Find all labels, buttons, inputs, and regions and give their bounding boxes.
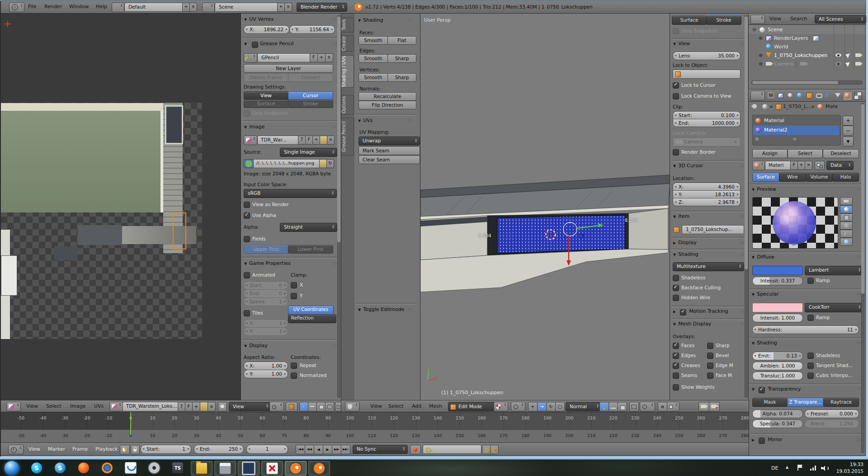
convert-button[interactable]: Convert [288, 73, 333, 82]
game-start-field[interactable]: Start:0 [244, 281, 288, 290]
image-path-icon[interactable] [244, 159, 254, 168]
preview-flat-button[interactable] [840, 197, 853, 205]
gp-view-button[interactable]: View [244, 91, 288, 100]
outliner-filter-select[interactable]: All Scenes [815, 15, 866, 24]
current-frame-field[interactable]: 1 [246, 445, 288, 454]
jump-to-end-button[interactable]: ▶▶| [341, 445, 350, 454]
image-datablock-icon[interactable] [244, 136, 257, 145]
unwrap-select[interactable]: Unwrap [359, 137, 420, 146]
render-border-checkbox[interactable] [673, 149, 679, 156]
panel-transparency-header[interactable]: ▼Transparency:::: [749, 386, 865, 393]
hidden-wire-checkbox[interactable] [673, 295, 679, 301]
diffuse-color-swatch[interactable] [752, 266, 803, 275]
frame-end-field[interactable]: End:250 [194, 445, 244, 454]
edges-sharp-button[interactable]: Sharp [387, 54, 416, 63]
delete-frame-button[interactable]: Delete Frame [244, 73, 288, 82]
menu-file[interactable]: File [28, 4, 36, 9]
3d-viewport[interactable]: User Persp 8.309 5.904 (1) 1_0750_Loksch… [420, 14, 670, 401]
preview-hair-button[interactable]: ⫽ [840, 230, 853, 238]
3d-menu-view[interactable]: View [370, 403, 382, 409]
panel-uvs-header[interactable]: ▼UVs:::: [355, 118, 418, 125]
uv-image-name-field[interactable]: TDR_Warstein_Loks... [123, 402, 181, 411]
taskbar-openoffice-icon[interactable] [120, 461, 141, 475]
flip-direction-button[interactable]: Flip Direction [359, 101, 416, 109]
uv-select-island-icon[interactable] [325, 402, 334, 411]
visibility-eye-icon[interactable] [835, 53, 841, 57]
mode-halo-button[interactable]: Halo [832, 173, 859, 182]
pin-icon[interactable] [751, 103, 758, 109]
material-link-select[interactable]: Data [826, 161, 854, 170]
frame-start-field[interactable]: Start:1 [141, 445, 191, 454]
tiles-x-field[interactable]: X:1 [244, 319, 288, 328]
tray-network-icon[interactable] [810, 466, 817, 471]
3d-editor-type-icon[interactable] [345, 402, 359, 411]
renderability-camera-icon[interactable] [855, 62, 861, 66]
material-unlink-button[interactable]: × [805, 161, 812, 170]
cursor-x-field[interactable]: X:4.3960 [673, 183, 741, 191]
blend-field[interactable]: Blend:1.250 [805, 419, 859, 428]
taskbar-teamspeak-icon[interactable]: TS [167, 461, 188, 475]
menu-help[interactable]: Help [96, 4, 107, 9]
3d-menu-add[interactable]: Add [412, 403, 421, 409]
faces-flat-button[interactable]: Flat [387, 36, 416, 45]
material-slot-1[interactable]: Material [753, 116, 839, 126]
panel-motion-tracking-header[interactable]: ▶Motion Tracking:::: [670, 308, 749, 316]
uv-editor-type-icon[interactable] [6, 402, 21, 411]
uv-pivot-icon[interactable] [269, 402, 284, 411]
scene-field[interactable]: Scene [215, 3, 281, 12]
only-endpoints-checkbox[interactable] [244, 110, 250, 117]
panel-specular-header[interactable]: ▼Specular:::: [749, 291, 865, 298]
jump-to-start-button[interactable]: |◀◀ [296, 445, 305, 454]
record-button[interactable] [410, 445, 421, 454]
material-name-field[interactable]: Materi [765, 161, 793, 170]
transform-orientation-select[interactable]: Normal [566, 402, 602, 411]
gpencil-add-button[interactable]: + [317, 53, 326, 62]
transp-raytrace-button[interactable]: Raytrace [823, 398, 859, 407]
outliner-row-object[interactable]: ⊕ 1_0750_Lokschuppen | [749, 51, 865, 60]
lock-camera-checkbox[interactable] [673, 93, 679, 99]
select-button[interactable]: Select [788, 149, 823, 158]
alpha-slider[interactable]: Alpha: 0.074 [752, 410, 803, 418]
lock-icon[interactable] [131, 445, 140, 454]
material-fake-user-button[interactable]: F [790, 161, 798, 170]
outliner-row-camera[interactable]: ⊕ Camera | [749, 60, 865, 68]
item-name-field[interactable]: 1_0750_Lokschup... [682, 225, 744, 234]
uv-menu-uvs[interactable]: UVs [94, 403, 104, 409]
mark-seam-button[interactable]: Mark Seam [359, 146, 420, 155]
keying-set-field[interactable] [423, 445, 481, 454]
outliner-row-scene[interactable]: ⊖ Scene [749, 25, 865, 34]
opengl-render-icon[interactable] [698, 402, 709, 411]
close-layout-button[interactable]: × [189, 3, 197, 12]
tab-modifiers-icon[interactable] [825, 92, 831, 99]
panel-grease-pencil-header[interactable]: ▼Grease Pencil:::: [241, 41, 341, 48]
select-mode-edge-icon[interactable] [609, 402, 618, 411]
panel-mirror-header[interactable]: ▶Mirror:::: [749, 437, 865, 444]
toolshelf-tab-tools[interactable]: Tools [341, 17, 354, 33]
manipulator-axis-icon[interactable]: + [528, 402, 538, 411]
taskbar-firefox-icon[interactable] [97, 461, 118, 475]
toolshelf-tab-grease-pencil[interactable]: Grease Pencil [341, 118, 354, 156]
clip-end-field[interactable]: End:1000.000 [673, 119, 741, 127]
image-fake-user-button[interactable]: F [305, 136, 313, 145]
overlay-creases-checkbox[interactable] [673, 363, 679, 369]
uv-image-open-icon[interactable] [200, 402, 208, 411]
uv-coordinates-button[interactable]: UV Coordinates [288, 306, 334, 315]
taskbar-skype-icon[interactable]: S [26, 461, 47, 475]
uv-display-mode-select[interactable]: View [229, 402, 271, 411]
clamp-x-checkbox[interactable] [291, 282, 297, 288]
material-slot-add-button[interactable]: + [843, 116, 854, 126]
gp-cursor-button[interactable]: Cursor [288, 91, 333, 100]
upper-first-button[interactable]: Upper First [244, 245, 288, 254]
tab-texture-icon[interactable] [854, 92, 862, 99]
menu-render[interactable]: Render [44, 4, 62, 9]
material-datablock-icon[interactable] [752, 161, 765, 170]
overlay-edges-checkbox[interactable] [673, 353, 679, 359]
shadeless-checkbox[interactable] [673, 275, 679, 281]
uv-selected-face-window[interactable] [173, 212, 186, 250]
close-scene-button[interactable]: × [284, 3, 292, 12]
preview-world-button[interactable] [840, 238, 853, 246]
view-as-render-checkbox[interactable] [244, 202, 250, 208]
uv-vertex-y-field[interactable]: Y:1156.64 [289, 25, 335, 34]
preview-cube-button[interactable] [840, 213, 853, 222]
vertices-smooth-button[interactable]: Smooth [359, 73, 388, 82]
